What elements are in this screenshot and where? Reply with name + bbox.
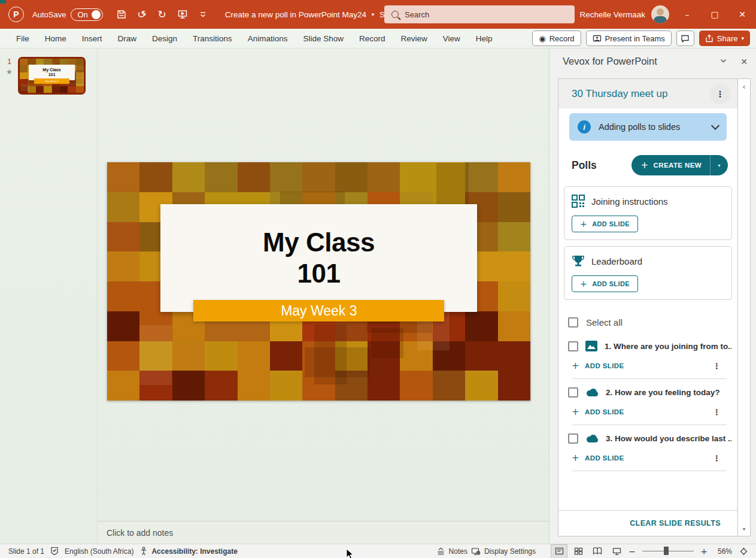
pane-close-icon[interactable]: ✕ bbox=[740, 57, 748, 66]
transition-star-icon: ★ bbox=[6, 68, 13, 76]
maximize-button[interactable]: ▢ bbox=[701, 0, 728, 29]
poll-item-1: 1. Where are you joining from to... + AD… bbox=[558, 332, 737, 379]
tab-draw[interactable]: Draw bbox=[110, 29, 145, 48]
close-button[interactable]: ✕ bbox=[728, 0, 756, 29]
select-all-row[interactable]: Select all bbox=[558, 306, 737, 332]
notes-placeholder[interactable]: Click to add notes bbox=[98, 521, 549, 544]
avatar[interactable] bbox=[651, 5, 669, 23]
image-poll-icon bbox=[585, 341, 597, 351]
app-window: { "titlebar": { "autosave_label": "AutoS… bbox=[0, 0, 756, 558]
slideshow-view-button[interactable] bbox=[609, 545, 624, 558]
poll-1-checkbox[interactable] bbox=[568, 341, 578, 351]
session-header: 30 Thursday meet up ⋮ bbox=[558, 79, 737, 108]
main-area: 1 ★ My Class 101 May Week 3 My Class 101… bbox=[0, 48, 756, 544]
tab-file[interactable]: File bbox=[8, 29, 37, 48]
status-bar: Slide 1 of 1 English (South Africa) Acce… bbox=[0, 544, 756, 558]
collapse-pane-icon[interactable]: ‹ bbox=[738, 83, 750, 91]
poll-2-checkbox[interactable] bbox=[568, 387, 578, 398]
polls-heading: Polls bbox=[572, 159, 597, 172]
info-banner[interactable]: i Adding polls to slides bbox=[569, 113, 727, 141]
share-button[interactable]: Share ▾ bbox=[699, 31, 750, 46]
start-slideshow-icon[interactable] bbox=[174, 5, 192, 23]
ribbon-right-actions: ◉ Record Present in Teams Share ▾ bbox=[532, 31, 750, 46]
slide-thumbnail-pane: 1 ★ My Class 101 May Week 3 bbox=[0, 48, 98, 544]
comment-icon bbox=[681, 34, 690, 43]
scroll-down-icon[interactable]: ▾ bbox=[738, 526, 750, 532]
slide-sorter-view-button[interactable] bbox=[570, 545, 586, 558]
slide-title-line2: 101 bbox=[297, 258, 341, 289]
record-button[interactable]: ◉ Record bbox=[532, 31, 581, 46]
add-slide-link-poll-3[interactable]: + ADD SLIDE bbox=[572, 453, 624, 463]
minimize-button[interactable]: – bbox=[673, 0, 701, 29]
save-icon[interactable] bbox=[113, 5, 130, 23]
pane-options-chevron-icon[interactable] bbox=[719, 57, 727, 66]
poll-3-checkbox[interactable] bbox=[568, 433, 578, 444]
undo-icon[interactable]: ↺▾ bbox=[133, 5, 151, 23]
reading-view-button[interactable] bbox=[590, 545, 605, 558]
slide-canvas[interactable]: My Class 101 May Week 3 bbox=[107, 162, 530, 401]
powerpoint-logo-icon[interactable]: P bbox=[8, 7, 24, 22]
toggle-knob-icon bbox=[92, 10, 101, 19]
polls-header-row: Polls + CREATE NEW ▾ bbox=[558, 141, 737, 186]
joining-instructions-card: Joining instructions + ADD SLIDE bbox=[564, 186, 732, 240]
zoom-in-button[interactable]: + bbox=[700, 547, 708, 556]
tab-help[interactable]: Help bbox=[468, 29, 500, 48]
spellcheck-icon[interactable] bbox=[50, 547, 59, 556]
zoom-slider-handle[interactable] bbox=[664, 547, 669, 555]
ribbon-tabs: File Home Insert Draw Design Transitions… bbox=[8, 29, 500, 48]
fit-slide-to-window-button[interactable] bbox=[736, 545, 751, 558]
zoom-slider[interactable] bbox=[642, 551, 694, 551]
word-cloud-icon bbox=[585, 434, 599, 444]
accessibility-status[interactable]: Accessibility: Investigate bbox=[139, 547, 237, 556]
add-slide-button-joining[interactable]: + ADD SLIDE bbox=[572, 216, 638, 232]
tab-view[interactable]: View bbox=[435, 29, 468, 48]
info-expand-chevron-icon bbox=[711, 122, 719, 130]
create-new-dropdown-icon[interactable]: ▾ bbox=[710, 155, 728, 175]
notes-toggle[interactable]: Notes bbox=[436, 547, 467, 556]
display-settings-toggle[interactable]: Display Settings bbox=[471, 547, 536, 556]
normal-view-button[interactable] bbox=[551, 545, 567, 558]
create-new-button[interactable]: + CREATE NEW ▾ bbox=[631, 155, 728, 175]
session-name[interactable]: 30 Thursday meet up bbox=[572, 88, 710, 100]
display-settings-icon bbox=[471, 547, 481, 556]
tab-design[interactable]: Design bbox=[144, 29, 185, 48]
customize-qat-icon[interactable] bbox=[194, 5, 212, 23]
tab-animations[interactable]: Animations bbox=[240, 29, 296, 48]
add-slide-link-poll-2[interactable]: + ADD SLIDE bbox=[572, 407, 624, 417]
add-slide-button-leaderboard[interactable]: + ADD SLIDE bbox=[572, 275, 638, 292]
account-area[interactable]: Rechelle Vermaak bbox=[579, 0, 669, 29]
poll-1-kebab-icon[interactable]: ⋮ bbox=[711, 362, 723, 371]
zoom-level[interactable]: 56% bbox=[712, 547, 732, 556]
slide-subtitle-banner[interactable]: May Week 3 bbox=[193, 300, 444, 322]
poll-item-3: 3. How would you describe last ... + ADD… bbox=[558, 425, 737, 471]
window-controls: – ▢ ✕ bbox=[673, 0, 756, 29]
redo-icon[interactable]: ↻ bbox=[153, 5, 171, 23]
poll-2-kebab-icon[interactable]: ⋮ bbox=[711, 408, 723, 417]
title-bar: P AutoSave On ↺▾ ↻ Create a new poll in … bbox=[0, 0, 756, 29]
tab-slide-show[interactable]: Slide Show bbox=[295, 29, 351, 48]
tab-home[interactable]: Home bbox=[37, 29, 74, 48]
poll-3-kebab-icon[interactable]: ⋮ bbox=[711, 454, 723, 463]
tab-review[interactable]: Review bbox=[393, 29, 435, 48]
task-pane-controls: ✕ bbox=[719, 57, 748, 66]
tab-insert[interactable]: Insert bbox=[74, 29, 110, 48]
user-name: Rechelle Vermaak bbox=[579, 10, 645, 19]
tab-transitions[interactable]: Transitions bbox=[185, 29, 240, 48]
session-menu-kebab-icon[interactable]: ⋮ bbox=[710, 84, 730, 104]
slide-title-textbox[interactable]: My Class 101 bbox=[160, 204, 477, 312]
share-caret-icon: ▾ bbox=[741, 35, 744, 41]
tab-record[interactable]: Record bbox=[351, 29, 393, 48]
select-all-checkbox[interactable] bbox=[568, 317, 578, 327]
autosave-control: AutoSave On bbox=[32, 8, 103, 21]
add-slide-link-poll-1[interactable]: + ADD SLIDE bbox=[572, 360, 624, 371]
slide-thumbnail[interactable]: My Class 101 May Week 3 bbox=[18, 57, 86, 95]
comments-button[interactable] bbox=[676, 31, 694, 46]
clear-slide-results-button[interactable]: CLEAR SLIDE RESULTS bbox=[630, 519, 721, 527]
slide-indicator[interactable]: Slide 1 of 1 bbox=[8, 547, 44, 556]
autosave-toggle[interactable]: On bbox=[71, 8, 102, 21]
slide-title-line1: My Class bbox=[263, 227, 375, 258]
search-input[interactable]: Search bbox=[384, 5, 575, 23]
language-indicator[interactable]: English (South Africa) bbox=[65, 547, 133, 556]
present-in-teams-button[interactable]: Present in Teams bbox=[586, 31, 672, 46]
zoom-out-button[interactable]: − bbox=[628, 547, 636, 556]
